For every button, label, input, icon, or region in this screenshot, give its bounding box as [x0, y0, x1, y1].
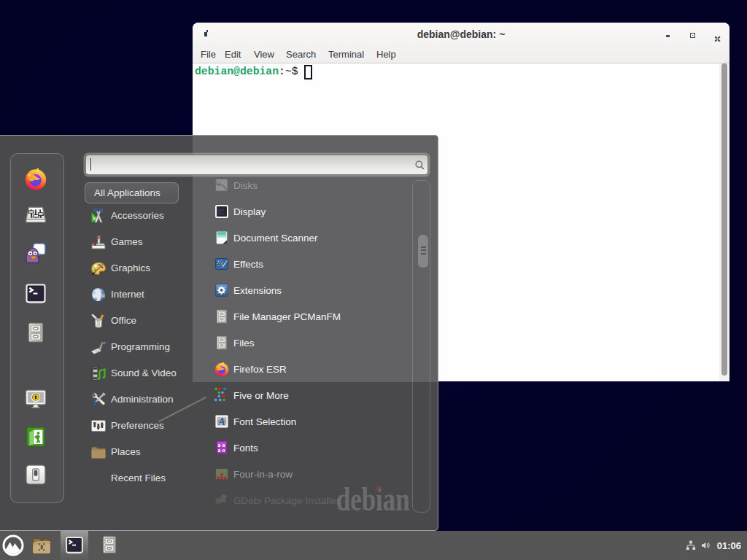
svg-text:a: a — [222, 447, 225, 454]
svg-text:A: A — [217, 416, 225, 427]
svg-text:a: a — [218, 447, 221, 454]
